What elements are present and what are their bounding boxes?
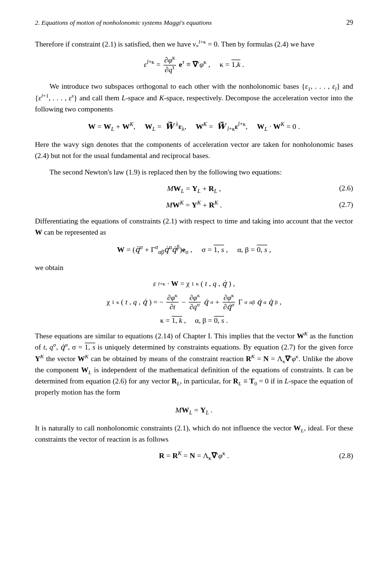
header-chapter: 2. Equations of motion of nonholonomic s…: [35, 18, 212, 28]
paragraph-these: These equations are similar to equations…: [35, 331, 353, 398]
paragraph-3: Here the wavy sign denotes that the comp…: [35, 139, 353, 162]
chi-eq-1: εl+κ · W = χ1κ(t, q, q̇) ,: [153, 278, 235, 289]
paragraph-4: The second Newton's law (1.9) is replace…: [35, 167, 353, 178]
paragraph-1: Therefore if constraint (2.1) is satisfi…: [35, 39, 353, 50]
equation-W-repr: W = (q̈σ + Γσαβq̇αq̇β)eσ , σ = 1, s , α,…: [35, 244, 353, 255]
equation-2-6: MWL = YL + RL , (2.6): [35, 183, 353, 194]
equation-2-8: R = RK = N = Λκ∇′φκ . (2.8): [35, 450, 353, 461]
chi-equations: εl+κ · W = χ1κ(t, q, q̇) , χ1κ(t, q, q̇)…: [35, 277, 353, 328]
page-header: 2. Equations of motion of nonholonomic s…: [35, 17, 353, 28]
paragraph-last: It is naturally to call nonholonomic con…: [35, 423, 353, 445]
equation-mwl: MWL = YL .: [35, 404, 353, 416]
chi-eq-3: κ = 1, k , α, β = 0, s .: [160, 315, 228, 326]
equation-2-7: MWK = YK + RK . (2.7): [35, 199, 353, 211]
we-obtain: we obtain: [35, 262, 353, 273]
chi-eq-2: χ1κ(t, q, q̇) = − ∂φκ ∂t − ∂φκ ∂qσ q̇σ +…: [107, 293, 282, 311]
equation-epsilon: εl+κ = ∂φκ ∂qτ eτ ≡ ∇′φκ , κ = 1,k .: [35, 56, 353, 74]
page: 2. Equations of motion of nonholonomic s…: [0, 0, 388, 588]
paragraph-2: We introduce two subspaces orthogonal to…: [35, 81, 353, 115]
paragraph-5: Differentiating the equations of constra…: [35, 216, 353, 238]
page-number: 29: [346, 17, 353, 28]
equation-W: W = WL + WK, WL = W̃λελ, WK = W̃l+κεl+κ,…: [35, 121, 353, 132]
